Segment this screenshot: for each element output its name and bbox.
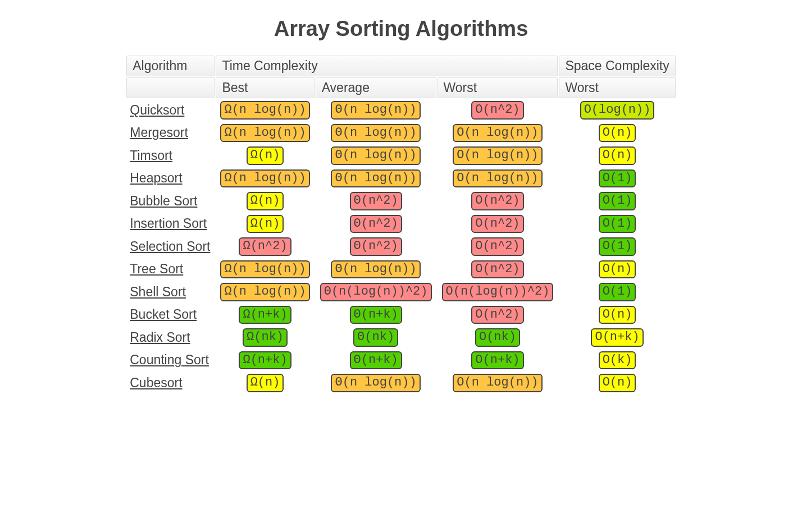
space-cell: O(n) <box>559 259 675 281</box>
complexity-pill: Θ(n log(n)) <box>331 374 420 392</box>
complexity-pill: Ω(n) <box>247 374 284 392</box>
col-average: Average <box>316 77 436 98</box>
table-row: Bubble SortΩ(n)Θ(n^2)O(n^2)O(1) <box>126 190 675 212</box>
space-cell: O(1) <box>559 236 675 258</box>
table-row: HeapsortΩ(n log(n))Θ(n log(n))O(n log(n)… <box>126 168 675 190</box>
algorithm-name-cell: Bucket Sort <box>126 304 215 326</box>
complexity-pill: O(n log(n)) <box>453 374 542 392</box>
algorithm-link[interactable]: Bubble Sort <box>130 194 197 208</box>
algorithm-link[interactable]: Heapsort <box>130 171 182 185</box>
complexity-pill: O(n log(n)) <box>453 146 542 165</box>
table-row: Selection SortΩ(n^2)Θ(n^2)O(n^2)O(1) <box>126 236 675 258</box>
worst-cell: O(n^2) <box>438 304 558 326</box>
table-row: Bucket SortΩ(n+k)Θ(n+k)O(n^2)O(n) <box>126 304 675 326</box>
algorithm-link[interactable]: Selection Sort <box>130 239 210 254</box>
complexity-pill: Ω(n) <box>247 215 284 233</box>
complexity-pill: Θ(nk) <box>353 328 398 347</box>
complexity-pill: O(n^2) <box>471 192 523 210</box>
complexity-pill: O(1) <box>599 283 636 301</box>
average-cell: Θ(n log(n)) <box>316 145 436 167</box>
algorithm-link[interactable]: Mergesort <box>130 125 188 140</box>
average-cell: Θ(n+k) <box>316 350 436 372</box>
space-cell: O(n) <box>559 145 675 167</box>
best-cell: Ω(n+k) <box>216 350 314 372</box>
space-cell: O(1) <box>559 190 675 212</box>
table-row: TimsortΩ(n)Θ(n log(n))O(n log(n))O(n) <box>126 145 675 167</box>
sorting-table: Algorithm Time Complexity Space Complexi… <box>125 54 676 395</box>
complexity-pill: O(n) <box>599 146 636 165</box>
space-cell: O(log(n)) <box>559 99 675 121</box>
complexity-pill: O(n log(n)) <box>453 124 542 143</box>
algorithm-link[interactable]: Counting Sort <box>130 352 209 367</box>
best-cell: Ω(n log(n)) <box>216 168 314 190</box>
table-row: CubesortΩ(n)Θ(n log(n))O(n log(n))O(n) <box>126 372 675 394</box>
complexity-pill: Ω(n log(n)) <box>220 101 309 120</box>
average-cell: Θ(n^2) <box>316 236 436 258</box>
worst-cell: O(n^2) <box>438 236 558 258</box>
algorithm-link[interactable]: Bucket Sort <box>130 307 197 322</box>
worst-cell: O(nk) <box>438 327 558 348</box>
header-row-1: Algorithm Time Complexity Space Complexi… <box>126 56 675 76</box>
space-cell: O(n) <box>559 304 675 326</box>
space-cell: O(1) <box>559 168 675 190</box>
complexity-pill: Ω(n log(n)) <box>220 260 309 279</box>
complexity-pill: Ω(n+k) <box>239 351 291 370</box>
table-row: Radix SortΩ(nk)Θ(nk)O(nk)O(n+k) <box>126 327 675 348</box>
col-space-worst: Worst <box>559 77 675 98</box>
algorithm-name-cell: Timsort <box>126 145 215 167</box>
best-cell: Ω(n) <box>216 145 314 167</box>
complexity-pill: O(n+k) <box>471 351 523 370</box>
complexity-pill: Θ(n+k) <box>350 306 402 324</box>
complexity-pill: Θ(n log(n)) <box>331 146 420 165</box>
complexity-pill: O(n) <box>599 306 636 324</box>
average-cell: Θ(n log(n)) <box>316 168 436 190</box>
algorithm-link[interactable]: Timsort <box>130 148 172 163</box>
algorithm-link[interactable]: Radix Sort <box>130 330 190 345</box>
complexity-pill: O(1) <box>599 237 636 256</box>
worst-cell: O(n^2) <box>438 213 558 235</box>
best-cell: Ω(n log(n)) <box>216 259 314 281</box>
complexity-pill: Ω(n) <box>247 146 284 165</box>
page-title: Array Sorting Algorithms <box>0 17 802 41</box>
worst-cell: O(n+k) <box>438 350 558 372</box>
algorithm-link[interactable]: Insertion Sort <box>130 216 207 231</box>
col-empty <box>126 77 215 98</box>
complexity-pill: O(1) <box>599 192 636 210</box>
complexity-pill: Ω(nk) <box>243 328 288 347</box>
algorithm-name-cell: Quicksort <box>126 99 215 121</box>
best-cell: Ω(n log(n)) <box>216 122 314 144</box>
worst-cell: O(n^2) <box>438 259 558 281</box>
space-cell: O(n+k) <box>559 327 675 348</box>
col-space: Space Complexity <box>559 56 675 76</box>
col-time: Time Complexity <box>216 56 558 76</box>
complexity-pill: O(log(n)) <box>580 101 655 120</box>
table-row: Counting SortΩ(n+k)Θ(n+k)O(n+k)O(k) <box>126 350 675 372</box>
complexity-pill: Θ(n log(n)) <box>331 101 420 120</box>
average-cell: Θ(n log(n)) <box>316 122 436 144</box>
complexity-pill: O(n log(n)) <box>453 169 542 188</box>
algorithm-link[interactable]: Cubesort <box>130 375 182 390</box>
average-cell: Θ(n log(n)) <box>316 99 436 121</box>
worst-cell: O(n log(n)) <box>438 168 558 190</box>
complexity-pill: Ω(n^2) <box>239 237 291 256</box>
algorithm-link[interactable]: Tree Sort <box>130 262 183 276</box>
worst-cell: O(n log(n)) <box>438 122 558 144</box>
complexity-pill: O(1) <box>599 215 636 233</box>
algorithm-name-cell: Heapsort <box>126 168 215 190</box>
best-cell: Ω(n log(n)) <box>216 281 314 303</box>
complexity-pill: Θ(n log(n)) <box>331 124 420 143</box>
average-cell: Θ(n log(n)) <box>316 259 436 281</box>
best-cell: Ω(n) <box>216 213 314 235</box>
table-row: QuicksortΩ(n log(n))Θ(n log(n))O(n^2)O(l… <box>126 99 675 121</box>
complexity-pill: Ω(n log(n)) <box>220 124 309 143</box>
algorithm-link[interactable]: Shell Sort <box>130 285 186 299</box>
complexity-pill: O(n^2) <box>471 215 523 233</box>
algorithm-name-cell: Tree Sort <box>126 259 215 281</box>
average-cell: Θ(n^2) <box>316 190 436 212</box>
algorithm-link[interactable]: Quicksort <box>130 103 184 117</box>
header-row-2: Best Average Worst Worst <box>126 77 675 98</box>
complexity-pill: Θ(n^2) <box>350 237 402 256</box>
col-best: Best <box>216 77 314 98</box>
algorithm-name-cell: Radix Sort <box>126 327 215 348</box>
worst-cell: O(n^2) <box>438 99 558 121</box>
